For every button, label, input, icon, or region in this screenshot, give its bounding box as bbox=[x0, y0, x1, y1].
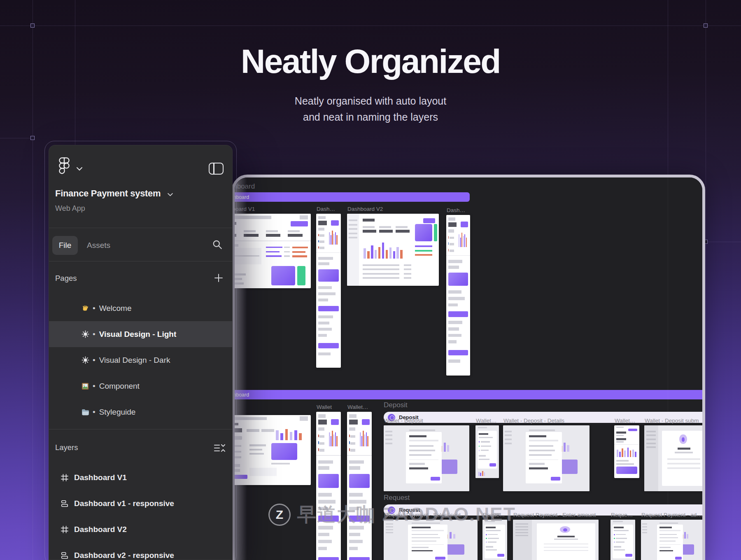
frame-thumbnail-mobile-b[interactable] bbox=[316, 412, 341, 560]
layer-item-dashboard-v2-responsive[interactable]: Dashboard v2 - responsive bbox=[49, 542, 232, 560]
thumbnail-element bbox=[349, 427, 355, 431]
wave-emoji bbox=[81, 304, 89, 313]
frame-thumbnail-desktop-modal[interactable] bbox=[384, 425, 469, 491]
thumbnail-element bbox=[261, 429, 274, 432]
frame-thumbnail-desktop-modal[interactable] bbox=[641, 520, 702, 560]
canvas-frame[interactable]: Request Payment - Select cont… bbox=[384, 520, 478, 560]
thumbnail-element bbox=[271, 443, 297, 460]
project-type: Web App bbox=[55, 204, 85, 213]
canvas-frame[interactable]: Wallet… bbox=[347, 412, 372, 560]
frame-thumbnail-desktop-detail[interactable] bbox=[513, 520, 599, 560]
thumbnail-element bbox=[642, 529, 647, 530]
frame-label[interactable]: Dashboard V2 bbox=[347, 206, 383, 212]
frame-label[interactable]: Dashboard V1 bbox=[235, 206, 255, 212]
canvas-frame[interactable]: Reque… bbox=[482, 520, 507, 560]
thumbnail-element bbox=[463, 236, 464, 247]
thumbnail-element bbox=[659, 544, 680, 545]
frame-thumbnail-mobile-modal[interactable] bbox=[611, 520, 635, 560]
frame-thumbnail-mobile-modal[interactable] bbox=[482, 520, 507, 560]
frame-label[interactable]: Dash… bbox=[317, 206, 335, 212]
frame-thumbnail-desktop-detail[interactable] bbox=[644, 425, 702, 491]
canvas-frame[interactable]: Wallet - Deposit subm bbox=[644, 425, 702, 491]
frame-label[interactable]: Wallet - Deposit bbox=[384, 418, 423, 424]
chevron-down-icon[interactable] bbox=[167, 191, 173, 198]
thumbnail-element bbox=[614, 534, 615, 535]
thumbnail-element bbox=[235, 222, 236, 225]
layer-item-dashboard-v2[interactable]: Dashboard V2 bbox=[49, 516, 232, 542]
frame-thumbnail-mobile-a[interactable] bbox=[614, 425, 639, 478]
frame-label[interactable]: Reque… bbox=[611, 512, 633, 518]
canvas-frame[interactable]: Wallet… bbox=[475, 425, 499, 478]
frame-thumbnail-desktop-a[interactable] bbox=[235, 214, 311, 288]
frame-label[interactable]: Wallet… bbox=[615, 418, 636, 424]
frame-label[interactable]: Reque… bbox=[483, 512, 505, 518]
frame-label[interactable]: Wallet bbox=[317, 404, 332, 410]
frame-thumbnail-mobile-modal[interactable] bbox=[475, 425, 499, 478]
thumbnail-element bbox=[318, 448, 319, 451]
frame-label[interactable]: Dash… bbox=[447, 207, 465, 213]
canvas-section-label[interactable]: Deposit bbox=[384, 401, 408, 409]
tab-file[interactable]: File bbox=[52, 236, 78, 255]
canvas-frame[interactable]: Dash… bbox=[446, 215, 470, 376]
canvas-frame[interactable]: Wallet… bbox=[614, 425, 639, 478]
canvas-frame[interactable] bbox=[235, 415, 311, 485]
layer-item-dashboard-v1[interactable]: Dashboard V1 bbox=[49, 464, 232, 490]
sidebar-page-item-visual-design-dark[interactable]: •Visual Design - Dark bbox=[49, 347, 232, 373]
collapse-layers-icon[interactable] bbox=[214, 443, 225, 453]
thumbnail-element bbox=[481, 441, 490, 442]
canvas-frame[interactable]: Dash… bbox=[316, 214, 341, 368]
canvas-section-label[interactable]: Request bbox=[384, 494, 410, 502]
frame-label[interactable]: Wallet… bbox=[347, 404, 368, 410]
thumbnail-element bbox=[284, 255, 289, 257]
frame-thumbnail-mobile-b[interactable] bbox=[446, 215, 470, 376]
tab-assets[interactable]: Assets bbox=[87, 236, 110, 255]
search-icon[interactable] bbox=[212, 239, 224, 252]
thumbnail-element bbox=[331, 220, 339, 226]
canvas-frame[interactable]: Wallet bbox=[316, 412, 341, 560]
frame-label[interactable]: Wallet… bbox=[476, 418, 497, 424]
frame-thumbnail-desktop-modal[interactable] bbox=[384, 520, 478, 560]
project-title[interactable]: Finance Payment system bbox=[55, 188, 161, 199]
selection-handle[interactable] bbox=[30, 136, 35, 140]
canvas-section-bar[interactable]: Dashboard bbox=[235, 390, 702, 399]
frame-label[interactable]: Request Payment - Select cont… bbox=[384, 512, 466, 518]
layer-name: Dashboard V1 bbox=[74, 473, 127, 482]
design-canvas[interactable]: DashboardDepositRequestDashboardDashboar… bbox=[235, 177, 702, 560]
frame-icon bbox=[61, 525, 69, 534]
sidebar-page-item-visual-design-light[interactable]: •Visual Design - Light bbox=[49, 321, 232, 347]
canvas-frame[interactable]: Dashboard V1 bbox=[235, 214, 311, 288]
toggle-sidebar-icon[interactable] bbox=[209, 163, 224, 175]
frame-label[interactable]: Wallet - Deposit subm bbox=[645, 418, 699, 424]
sidebar-page-item-welcome[interactable]: •Welcome bbox=[49, 295, 232, 321]
add-page-icon[interactable] bbox=[214, 273, 224, 283]
frame-thumbnail-mobile-b[interactable] bbox=[347, 412, 372, 560]
frame-thumbnail-desktop-c[interactable] bbox=[235, 415, 311, 485]
frame-label[interactable]: Wallet - Deposit - Details bbox=[503, 418, 564, 424]
canvas-frame[interactable]: Dashboard V2 bbox=[347, 214, 439, 286]
layer-item-dashboard-v1-responsive[interactable]: Dashboard v1 - responsive bbox=[49, 490, 232, 516]
frame-label[interactable]: Request Payment - ad… bbox=[641, 512, 702, 518]
canvas-frame[interactable]: Wallet - Deposit bbox=[384, 425, 469, 491]
frame-thumbnail-desktop-modal[interactable] bbox=[503, 425, 590, 491]
canvas-frame[interactable]: Request Payment - ad… bbox=[641, 520, 702, 560]
thumbnail-element bbox=[318, 516, 339, 522]
layer-name: Dashboard v2 - responsive bbox=[74, 551, 174, 560]
sidebar-page-item-component[interactable]: •Component bbox=[49, 373, 232, 399]
thumbnail-element bbox=[659, 547, 671, 548]
canvas-section-bar[interactable]: Dashboard bbox=[235, 192, 470, 202]
thumbnail-element bbox=[235, 445, 241, 447]
canvas-frame[interactable]: Reque… bbox=[611, 520, 635, 560]
sidebar-page-item-styleguide[interactable]: •Styleguide bbox=[49, 399, 232, 425]
thumbnail-element bbox=[434, 224, 437, 241]
frame-label[interactable]: Request Payment - Enter amount bbox=[513, 512, 596, 518]
thumbnail-element bbox=[486, 549, 497, 551]
canvas-frame[interactable]: Request Payment - Enter amount bbox=[513, 520, 599, 560]
thumbnail-element bbox=[481, 446, 492, 447]
frame-thumbnail-mobile-b[interactable] bbox=[316, 214, 341, 368]
frame-thumbnail-desktop-b[interactable] bbox=[347, 214, 439, 286]
thumbnail-element bbox=[375, 250, 377, 259]
canvas-section-label[interactable]: Dashboard bbox=[235, 182, 255, 191]
chevron-down-icon[interactable] bbox=[76, 165, 83, 173]
canvas-frame[interactable]: Wallet - Deposit - Details bbox=[503, 425, 590, 491]
figma-logo-icon[interactable] bbox=[58, 157, 70, 177]
